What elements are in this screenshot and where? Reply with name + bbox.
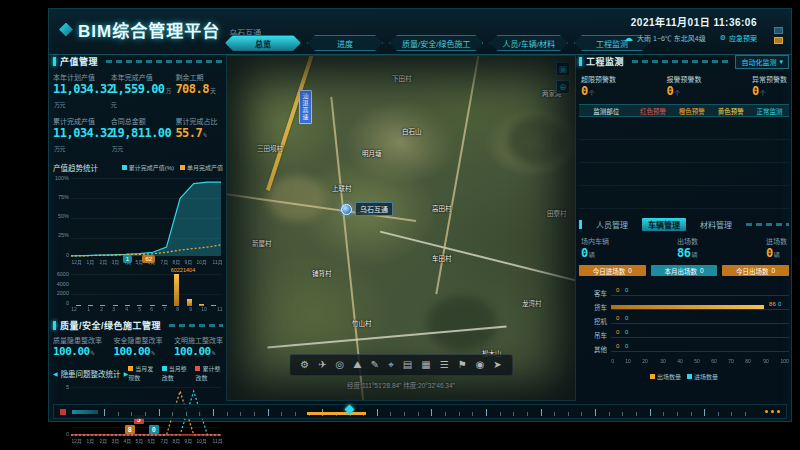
project-pin[interactable]: 乌石互通: [341, 202, 393, 216]
legend-item[interactable]: 进场数量: [687, 372, 718, 381]
bar: [147, 274, 157, 306]
dashboard: BIM综合管理平台 乌石互通 总览 进度 质量/安全/绿色施工 人员/车辆/材料…: [48, 8, 792, 422]
vehicle-row: 客车00: [579, 286, 789, 300]
tab-personnel-vehicle[interactable]: 人员/车辆/材料: [489, 35, 567, 51]
header-status: 2021年11月01日 11:36:06 ☁ 大雨 1~6℃ 东北风4级 ⚙ 应…: [624, 14, 757, 43]
screen-toggle-icon[interactable]: [774, 27, 783, 34]
section-deco: [169, 324, 223, 327]
metric: 场内车辆0辆: [581, 236, 609, 260]
place-label: 铺背村: [312, 268, 332, 278]
bar: [159, 274, 169, 306]
trend-plot: [71, 178, 221, 258]
bar: [209, 274, 219, 306]
trend-yaxis: 100%75%50%25%0: [53, 176, 69, 258]
place-label: 三田坝村: [257, 143, 283, 153]
datetime: 2021年11月01日 11:36:06: [624, 14, 757, 29]
mgmt-tabs: 人员管理 车辆管理 材料管理: [579, 217, 789, 231]
output-metrics: 本年计划产值11,034.32万元 本年完成产值1,559.00万元 剩余工期7…: [53, 72, 223, 154]
settings-icon[interactable]: ⚙: [300, 360, 309, 370]
map-layers-button[interactable]: ▣: [556, 62, 570, 76]
layers-icon[interactable]: ☰: [440, 360, 449, 370]
pill-today-in[interactable]: 今日进场数0: [579, 265, 646, 276]
map-corner-buttons: ▣ ⊕: [556, 62, 570, 94]
weather-text: 大雨 1~6℃ 东北风4级: [637, 33, 706, 43]
section-deco: [106, 60, 223, 63]
legend-item[interactable]: 出场数量: [650, 372, 681, 381]
nav-tabs: 总览 进度 质量/安全/绿色施工 人员/车辆/材料 工程监测: [225, 35, 650, 51]
timeline-scrubber[interactable]: [104, 407, 759, 416]
map-canvas[interactable]: 汕湛高速 两家滩 下田村 白石山 三田坝村 明月塘 上联村 高田村 新屋村 铺背…: [226, 55, 576, 401]
drone-icon[interactable]: ✈: [318, 360, 326, 370]
timeline-dots: [765, 410, 780, 413]
view-icon[interactable]: ◎: [336, 360, 345, 370]
section-quality: 质量/安全/绿色施工管理 质量隐患整改率100.00% 安全隐患整改率100.0…: [53, 319, 223, 358]
tab-personnel[interactable]: 人员管理: [590, 218, 634, 231]
timeline-range: [307, 412, 366, 415]
map-zoom-button[interactable]: ⊕: [556, 80, 570, 94]
pill-today-out[interactable]: 今日出场数0: [722, 265, 789, 276]
terrain-icon[interactable]: ⛰: [353, 360, 361, 370]
quality-metrics: 质量隐患整改率100.00% 安全隐患整改率100.00% 文明施工整改率100…: [53, 335, 223, 358]
measure-icon[interactable]: ✎: [371, 360, 379, 370]
screen: BIM综合管理平台 乌石互通 总览 进度 质量/安全/绿色施工 人员/车辆/材料…: [0, 0, 800, 450]
legend-item[interactable]: 单月完成产值: [180, 163, 223, 172]
axis-pill-teal[interactable]: 1: [123, 255, 132, 263]
metric: 进场数0辆: [766, 236, 787, 260]
building-icon[interactable]: ▦: [421, 360, 430, 370]
section-deco: [746, 223, 789, 226]
trend-title: 产值趋势统计: [53, 162, 98, 173]
place-label: 白石山: [402, 126, 422, 136]
place-label: 田寮村: [547, 208, 567, 218]
tab-material[interactable]: 材料管理: [694, 218, 738, 231]
hazard-badge-teal: 0: [149, 425, 159, 434]
monthly-plot: 60221404: [71, 274, 221, 306]
place-label: 高田村: [432, 203, 452, 213]
left-panel: 产值管理 本年计划产值11,034.32万元 本年完成产值1,559.00万元 …: [53, 55, 223, 401]
monitor-metrics: 超限预警数0个 报警预警数0个 异常预警数0个: [579, 74, 789, 98]
output-title: 产值管理: [60, 55, 98, 68]
tab-overview[interactable]: 总览: [225, 35, 301, 51]
pin-label: 乌石互通: [355, 202, 393, 216]
vehicle-legend: 出场数量 进场数量: [579, 372, 789, 381]
metric: 本年计划产值11,034.32万元: [53, 72, 111, 110]
legend-item[interactable]: 累计完成产值(%): [122, 163, 174, 172]
section-output-value: 产值管理 本年计划产值11,034.32万元 本年完成产值1,559.00万元 …: [53, 55, 223, 154]
place-label: 上联村: [332, 183, 352, 193]
camera-icon[interactable]: ◉: [476, 360, 485, 370]
axis-pill-orange[interactable]: 62: [142, 255, 155, 263]
truck-icon[interactable]: ▤: [403, 360, 412, 370]
section-accent: [579, 57, 582, 66]
tab-vehicle[interactable]: 车辆管理: [642, 218, 686, 231]
section-output-trend: 产值趋势统计 累计完成产值(%) 单月完成产值 100%75%50%25%0 1…: [53, 162, 223, 312]
locate-icon[interactable]: ⌖: [388, 360, 394, 370]
prev-icon[interactable]: ◀: [53, 370, 58, 377]
monitor-dropdown[interactable]: 自动化监测 ▾: [735, 55, 789, 69]
tab-progress[interactable]: 进度: [307, 35, 383, 51]
roam-icon[interactable]: ➤: [493, 360, 501, 370]
legend-item[interactable]: 当月发现数: [128, 364, 156, 382]
hazard-badge-orange: 8: [125, 425, 135, 434]
vehicle-bar-chart: 客车00货车860挖机00吊车00其他00 010203040506070809…: [579, 286, 789, 381]
alert-toggle-icon[interactable]: [774, 37, 783, 44]
metric: 合同总金额19,811.00万元: [111, 116, 176, 154]
place-label: 车田村: [432, 253, 452, 263]
legend-item[interactable]: 当月整改数: [162, 364, 190, 382]
mgmt-pills: 今日进场数0 本月出场数0 今日出场数0: [579, 265, 789, 276]
place-label: 竹山村: [352, 318, 372, 328]
metric: 报警预警数0个: [667, 74, 702, 98]
header-mini-buttons: [774, 27, 783, 44]
weather-row: ☁ 大雨 1~6℃ 东北风4级 ⚙ 应急预案: [624, 33, 757, 43]
pin-icon: [341, 204, 352, 215]
bar: [135, 274, 145, 306]
section-accent: [53, 57, 56, 66]
field-patch: [267, 176, 327, 221]
pill-month-out[interactable]: 本月出场数0: [651, 265, 718, 276]
monitor-table-header: 监测部位 红色预警 橙色预警 黄色预警 正常监测: [579, 104, 789, 117]
emergency-button[interactable]: ⚙ 应急预案: [720, 33, 757, 43]
metric: 出场数86辆: [677, 236, 698, 260]
tab-quality-safety[interactable]: 质量/安全/绿色施工: [389, 35, 483, 51]
legend-item[interactable]: 累计整改数: [195, 364, 223, 382]
marker-icon[interactable]: ⚑: [458, 360, 467, 370]
record-icon[interactable]: [60, 409, 66, 415]
vehicle-row: 其他00: [579, 342, 789, 356]
